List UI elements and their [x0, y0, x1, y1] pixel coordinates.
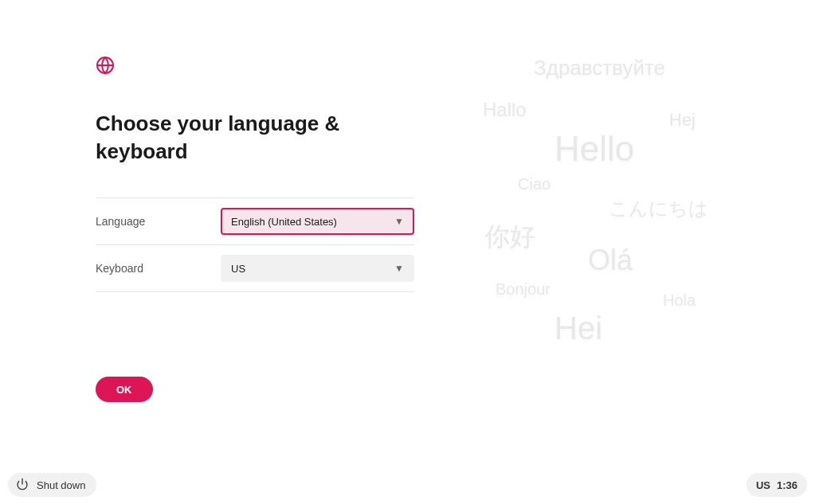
shutdown-label: Shut down	[37, 479, 85, 491]
chevron-down-icon: ▼	[394, 216, 404, 227]
language-row: Language English (United States) ▼	[96, 197, 414, 244]
setup-left-panel: Choose your language & keyboard Language…	[96, 56, 414, 402]
ok-button[interactable]: OK	[96, 377, 153, 402]
greeting-word: Hallo	[483, 99, 527, 121]
globe-icon	[96, 56, 115, 75]
keyboard-indicator: US	[756, 479, 770, 491]
status-tray[interactable]: US 1:36	[746, 473, 807, 497]
chevron-down-icon: ▼	[394, 263, 404, 274]
greeting-word: Hei	[554, 311, 602, 346]
keyboard-select[interactable]: US ▼	[221, 255, 414, 282]
greeting-word: Olá	[588, 244, 633, 277]
greeting-word: Ciao	[518, 175, 551, 193]
keyboard-label: Keyboard	[96, 262, 221, 275]
greeting-word: こんにちは	[609, 196, 708, 221]
language-label: Language	[96, 215, 221, 228]
greeting-word: Hello	[554, 129, 634, 169]
clock: 1:36	[777, 479, 797, 491]
bottom-bar: Shut down US 1:36	[0, 466, 815, 504]
page-title: Choose your language & keyboard	[96, 110, 414, 166]
greeting-word: Hola	[663, 291, 695, 310]
shutdown-button[interactable]: Shut down	[8, 473, 96, 497]
power-icon	[16, 478, 29, 493]
keyboard-row: Keyboard US ▼	[96, 244, 414, 292]
language-select-value: English (United States)	[231, 216, 337, 228]
language-select[interactable]: English (United States) ▼	[221, 208, 414, 235]
keyboard-select-value: US	[231, 263, 245, 275]
greeting-word: Здравствуйте	[534, 56, 665, 80]
greeting-word: 你好	[484, 220, 535, 255]
greeting-word: Hej	[669, 110, 695, 131]
greeting-cloud: Здравствуйте Hallo Hej Hello Ciao こんにちは …	[446, 40, 797, 374]
greeting-word: Bonjour	[496, 280, 551, 299]
